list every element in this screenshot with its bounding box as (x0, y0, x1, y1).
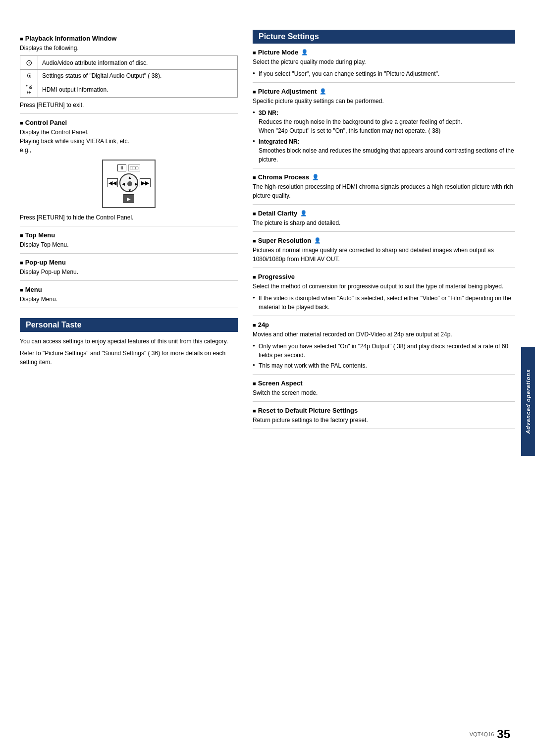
rewind-button: ◀◀ (107, 178, 118, 187)
detail-clarity-body: The picture is sharp and detailed. (253, 218, 515, 227)
screen-aspect-body: Switch the screen mode. (253, 388, 515, 397)
reset-default-title: Reset to Default Picture Settings (253, 407, 515, 414)
picture-mode-body: Select the picture quality mode during p… (253, 57, 515, 66)
press-return-text: Press [RETURN] to exit. (20, 101, 238, 109)
picture-adjustment-section: Picture Adjustment 👤 Specific picture qu… (253, 88, 515, 164)
divider (253, 168, 515, 168)
control-panel-diagram: ⏸ □□□ ◀◀ ▲ ◀ (20, 160, 238, 208)
super-resolution-section: Super Resolution 👤 Pictures of normal im… (253, 237, 515, 264)
control-panel-body: Display the Control Panel. Playing back … (20, 128, 238, 155)
advanced-ops-bar: Advanced operations (521, 347, 535, 456)
center-button (127, 181, 132, 186)
picture-adjustment-title: Picture Adjustment 👤 (253, 88, 515, 95)
super-resolution-title: Super Resolution 👤 (253, 237, 515, 244)
page-number: 35 (497, 727, 510, 741)
divider (253, 82, 515, 83)
divider (253, 374, 515, 375)
model-number: VQT4Q16 (470, 731, 494, 737)
press-return-hide: Press [RETURN] to hide the Control Panel… (20, 213, 238, 222)
chroma-process-title: Chroma Process 👤 (253, 173, 515, 181)
play-button: ▶ (123, 194, 134, 203)
hdmi-info-text: HDMI output information. (38, 82, 238, 98)
disc-info-text: Audio/video attribute information of dis… (38, 56, 238, 70)
user-icon-4: 👤 (300, 210, 307, 216)
audio-icon: 𝔊 (20, 70, 38, 82)
popup-menu-body: Display Pop-up Menu. (20, 268, 238, 276)
popup-menu-section: Pop-up Menu Display Pop-up Menu. (20, 259, 238, 276)
hdmi-icon: * & /+ (20, 82, 38, 98)
menu-section: Menu Display Menu. (20, 286, 238, 304)
divider (253, 429, 515, 429)
divider (20, 113, 238, 114)
table-row: ⊙ Audio/video attribute information of d… (20, 56, 238, 70)
divider (253, 204, 515, 205)
picture-mode-title: Picture Mode 👤 (253, 49, 515, 56)
picture-mode-bullet: If you select "User", you can change set… (253, 69, 515, 78)
divider (20, 280, 238, 281)
personal-taste-heading: Personal Taste (20, 318, 238, 332)
reset-default-body: Return picture settings to the factory p… (253, 416, 515, 425)
reset-default-section: Reset to Default Picture Settings Return… (253, 407, 515, 425)
user-icon-5: 👤 (314, 237, 321, 244)
divider (253, 401, 515, 402)
control-panel-section: Control Panel Display the Control Panel.… (20, 119, 238, 222)
top-menu-body: Display Top Menu. (20, 240, 238, 249)
twentyfourp-title: 24p (253, 321, 515, 328)
page-container: Playback Information Window Displays the… (0, 0, 535, 756)
twentyfourp-body: Movies and other material recorded on DV… (253, 330, 515, 339)
playback-table: ⊙ Audio/video attribute information of d… (20, 55, 238, 98)
picture-mode-section: Picture Mode 👤 Select the picture qualit… (253, 49, 515, 78)
forward-button: ▶▶ (140, 178, 151, 187)
user-icon-3: 👤 (312, 174, 319, 180)
top-menu-section: Top Menu Display Top Menu. (20, 231, 238, 249)
table-row: * & /+ HDMI output information. (20, 82, 238, 98)
twentyfourp-section: 24p Movies and other material recorded o… (253, 321, 515, 370)
super-resolution-body: Pictures of normal image quality are cor… (253, 246, 515, 264)
pause-button: ⏸ (117, 164, 126, 171)
page-footer: VQT4Q16 35 (470, 727, 510, 741)
chroma-process-body: The high-resolution processing of HDMI c… (253, 182, 515, 200)
disc-icon: ⊙ (20, 56, 38, 70)
chroma-process-section: Chroma Process 👤 The high-resolution pro… (253, 173, 515, 200)
personal-taste-body1: You can access settings to enjoy special… (20, 337, 238, 346)
integrated-nr-bullet: Integrated NR: Smoothes block noise and … (253, 137, 515, 164)
right-column: Picture Settings Picture Mode 👤 Select t… (253, 30, 515, 433)
playback-section: Playback Information Window Displays the… (20, 35, 238, 109)
divider (20, 308, 238, 308)
two-column-layout: Playback Information Window Displays the… (20, 30, 515, 433)
picture-adjustment-body: Specific picture quality settings can be… (253, 97, 515, 106)
popup-menu-title: Pop-up Menu (20, 259, 238, 266)
twentyfourp-bullet-1: Only when you have selected "On" in "24p… (253, 342, 515, 360)
detail-clarity-title: Detail Clarity 👤 (253, 210, 515, 217)
menu-title: Menu (20, 286, 238, 293)
screen-aspect-title: Screen Aspect (253, 379, 515, 387)
playback-title: Playback Information Window (20, 35, 238, 42)
menu-label: □□□ (128, 164, 140, 171)
menu-body: Display Menu. (20, 295, 238, 304)
detail-clarity-section: Detail Clarity 👤 The picture is sharp an… (253, 210, 515, 227)
user-icon-1: 👤 (301, 49, 308, 55)
divider (253, 316, 515, 316)
progressive-body: Select the method of conversion for prog… (253, 282, 515, 291)
audio-info-text: Settings status of "Digital Audio Output… (38, 70, 238, 82)
top-menu-title: Top Menu (20, 231, 238, 239)
screen-aspect-section: Screen Aspect Switch the screen mode. (253, 379, 515, 397)
twentyfourp-bullet-2: This may not work with the PAL contents. (253, 361, 515, 370)
progressive-bullet: If the video is disrupted when "Auto" is… (253, 294, 515, 312)
personal-taste-body2: Refer to "Picture Settings" and "Sound S… (20, 349, 238, 367)
left-column: Playback Information Window Displays the… (20, 30, 238, 433)
divider (253, 268, 515, 268)
3d-nr-bullet: 3D NR: Reduces the rough noise in the ba… (253, 108, 515, 135)
progressive-section: Progressive Select the method of convers… (253, 273, 515, 312)
control-panel-title: Control Panel (20, 119, 238, 126)
table-row: 𝔊 Settings status of "Digital Audio Outp… (20, 70, 238, 82)
progressive-title: Progressive (253, 273, 515, 280)
dpad: ▲ ◀ ▶ ▼ (119, 173, 138, 192)
personal-taste-section: Personal Taste You can access settings t… (20, 318, 238, 367)
divider (20, 253, 238, 254)
divider (253, 231, 515, 232)
user-icon-2: 👤 (320, 88, 326, 95)
divider (20, 226, 238, 226)
playback-intro: Displays the following. (20, 44, 238, 53)
picture-settings-heading: Picture Settings (253, 30, 515, 44)
